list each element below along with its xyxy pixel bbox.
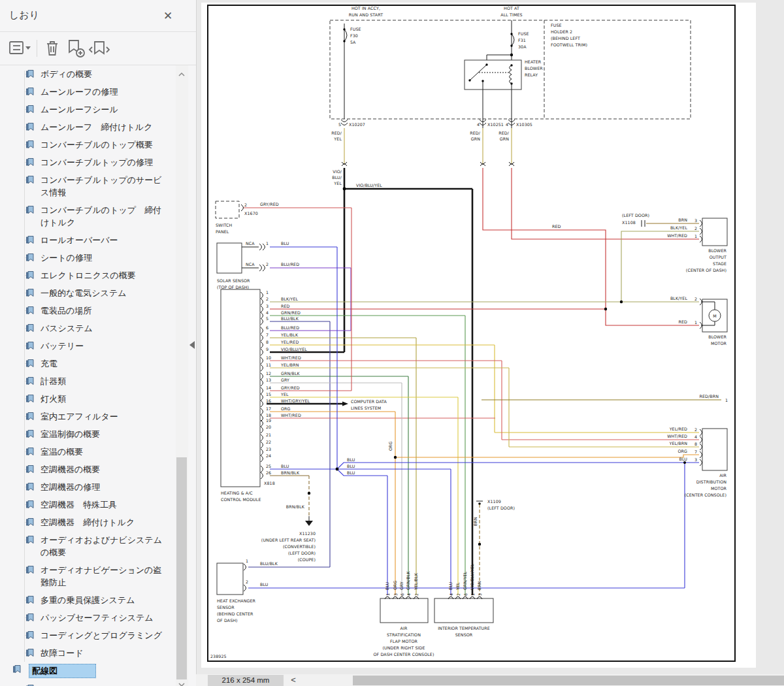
horizontal-scrollbar-thumb[interactable] — [353, 676, 784, 685]
svg-text:CONTROL MODULE: CONTROL MODULE — [221, 497, 261, 502]
svg-text:BLU/BLK: BLU/BLK — [281, 316, 299, 321]
bookmark-item[interactable]: 計器類 — [0, 372, 175, 390]
bookmark-label: 空調機器の修理 — [41, 482, 100, 492]
sidebar-scrollbar — [176, 65, 188, 686]
svg-text:25: 25 — [266, 464, 271, 468]
bookmarks-title: しおり — [9, 9, 39, 22]
bookmark-item-selected[interactable]: 配線図 — [0, 662, 175, 680]
svg-text:7: 7 — [694, 449, 697, 454]
svg-text:F31: F31 — [518, 38, 526, 42]
bookmark-label: 空調機器 特殊工具 — [41, 500, 117, 510]
wire-blu: BLU BLU BLU — [248, 247, 699, 595]
bookmark-item[interactable]: 空調機器の修理 — [0, 478, 175, 496]
svg-text:5A: 5A — [350, 40, 356, 44]
svg-text:INTERIOR TEMPERATURE: INTERIOR TEMPERATURE — [438, 626, 490, 630]
sidebar-scrollbar-thumb[interactable] — [176, 457, 187, 679]
svg-text:RED: RED — [678, 319, 687, 324]
svg-text:SENSOR: SENSOR — [455, 632, 473, 637]
svg-text:NCA: NCA — [246, 241, 255, 246]
bookmark-item[interactable]: コンバーチブルトップのサービス情報 — [0, 171, 175, 201]
svg-text:YEL: YEL — [333, 137, 342, 141]
svg-text:(UNDER LEFT REAR SEAT): (UNDER LEFT REAR SEAT) — [261, 538, 316, 542]
bookmark-item[interactable]: バスシステム — [0, 319, 175, 337]
bookmark-icon — [25, 157, 35, 167]
bookmark-item[interactable]: ロールオーバーバー — [0, 231, 175, 249]
bookmark-item[interactable]: 室温の概要 — [0, 443, 175, 461]
bookmark-label: ボディの概要 — [41, 69, 92, 79]
svg-text:WHT/RED: WHT/RED — [667, 434, 687, 438]
bookmark-item[interactable]: ボディの概要 — [0, 65, 175, 83]
trash-icon[interactable] — [42, 38, 63, 59]
wire-yelbrn — [270, 368, 699, 447]
svg-text:1: 1 — [694, 234, 697, 238]
scroll-down-icon[interactable] — [178, 678, 185, 683]
bookmark-item[interactable]: 室温制御の概要 — [0, 425, 175, 443]
bookmark-item[interactable]: 空調機器 特殊工具 — [0, 496, 175, 514]
svg-text:RED/: RED/ — [331, 131, 342, 135]
bookmark-item[interactable]: ムーンルーフ 締付けトルク — [0, 118, 175, 136]
panel-collapse-icon[interactable] — [189, 341, 195, 349]
svg-text:YEL: YEL — [455, 582, 460, 591]
bookmark-label: 多重の乗員保護システム — [41, 595, 135, 605]
bookmark-item[interactable]: 故障コード — [0, 644, 175, 662]
svg-text:15: 15 — [266, 392, 271, 397]
bookmark-item[interactable]: エレクトロニクスの概要 — [0, 267, 175, 284]
bookmark-item[interactable]: オーディオおよびナビシステムの概要 — [0, 531, 175, 561]
svg-text:(LEFT DOOR): (LEFT DOOR) — [622, 213, 649, 218]
bookmark-label: 灯火類 — [41, 394, 66, 404]
bookmark-options-icon[interactable] — [8, 38, 29, 59]
bookmark-item[interactable]: パッシブセーフティシステム — [0, 609, 175, 627]
bookmark-label: コンバーチブルトップの修理 — [41, 157, 153, 167]
bookmark-item[interactable]: 空調機器の概要 — [0, 461, 175, 478]
bookmark-item[interactable]: バッテリー — [0, 337, 175, 355]
bookmarks-toolbar — [0, 32, 196, 65]
svg-text:YEL/BRN: YEL/BRN — [280, 363, 299, 367]
add-bookmark-icon[interactable] — [64, 38, 85, 59]
svg-text:ALL TIMES: ALL TIMES — [500, 12, 522, 17]
svg-text:SOLAR SENSOR: SOLAR SENSOR — [217, 278, 250, 283]
bookmark-item[interactable]: コーディングとプログラミング — [0, 627, 175, 644]
svg-text:DISTRIBUTION: DISTRIBUTION — [696, 480, 727, 484]
svg-text:2: 2 — [456, 593, 461, 596]
svg-text:2: 2 — [694, 427, 697, 432]
interior-temperature-sensor: BLU YEL GRN/YEL VIO/BLU/YEL BRN 4 2 6 1 … — [434, 564, 493, 637]
svg-text:19: 19 — [266, 418, 271, 423]
svg-text:BLU: BLU — [281, 241, 289, 246]
svg-text:WHT/RED: WHT/RED — [667, 233, 687, 238]
svg-text:20: 20 — [266, 425, 271, 429]
svg-text:M: M — [713, 314, 717, 318]
svg-text:3: 3 — [266, 304, 269, 308]
close-icon[interactable]: ✕ — [159, 8, 176, 25]
svg-text:FUSE: FUSE — [551, 23, 562, 27]
svg-text:BLU: BLU — [347, 457, 355, 462]
bookmark-item[interactable]: オーディオナビゲーションの盗難防止 — [0, 561, 175, 591]
locate-bookmark-icon[interactable] — [88, 38, 108, 59]
bookmark-item[interactable]: 電装品の場所 — [0, 302, 175, 319]
bookmark-item[interactable]: コンバーチブルのトップ 締付けトルク — [0, 201, 175, 231]
bookmark-item[interactable]: 灯火類 — [0, 390, 175, 408]
svg-text:X1109: X1109 — [487, 499, 501, 504]
bookmark-item[interactable]: シートの修理 — [0, 249, 175, 267]
bookmark-item[interactable]: コンバーチブルトップの修理 — [0, 154, 175, 171]
svg-text:30A: 30A — [518, 44, 527, 49]
svg-text:VIO/BLU/YEL: VIO/BLU/YEL — [356, 183, 382, 188]
bookmark-item[interactable]: コンバーチブルのトップ概要 — [0, 136, 175, 154]
svg-text:2: 2 — [694, 226, 697, 231]
bookmark-item[interactable]: ムーンルーフの修理 — [0, 83, 175, 101]
scroll-up-icon[interactable] — [178, 68, 185, 73]
bookmark-item[interactable]: ムーンルーフシール — [0, 101, 175, 118]
bookmark-item[interactable]: 充電 — [0, 355, 175, 372]
bookmark-item[interactable]: 空調機器 締付けトルク — [0, 514, 175, 531]
previous-view-icon[interactable]: < — [287, 674, 299, 686]
bookmark-item[interactable]: 室内エアフィルター — [0, 408, 175, 425]
svg-text:12: 12 — [266, 371, 271, 376]
bookmark-item-partial[interactable] — [0, 680, 175, 686]
heat-exchanger-sensor: 1 BLU/BLK 2 BLU HEAT EXCHANGER SENSOR (B… — [217, 559, 278, 623]
wire-blkyel — [270, 231, 699, 303]
svg-text:RED/: RED/ — [498, 131, 510, 135]
bookmark-item[interactable]: 一般的な電気システム — [0, 284, 175, 302]
svg-text:18: 18 — [266, 413, 271, 417]
svg-text:(COUPE): (COUPE) — [298, 557, 316, 562]
bookmark-item[interactable]: 多重の乗員保護システム — [0, 591, 175, 609]
svg-text:6: 6 — [463, 593, 468, 596]
